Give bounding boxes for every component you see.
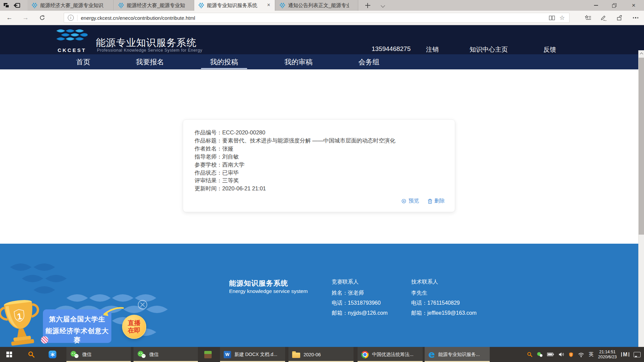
taskbar-word-button[interactable]: 新建 DOCX 文档.d... xyxy=(220,347,285,362)
promo-arrow-icon xyxy=(98,306,125,318)
field-label: 作品状态： xyxy=(195,170,222,176)
site-favicon-icon xyxy=(32,2,38,8)
field-row: 作品标题：要素替代、技术进步与能源强度分解 ——中国城市层面的动态时空演化 xyxy=(195,137,395,145)
reading-view-button[interactable] xyxy=(549,15,555,20)
taskbar-button-label: 2020-06 xyxy=(304,352,321,357)
close-icon: × xyxy=(632,2,635,9)
site-footer: 能源知识服务系统 Energy knowledge service system… xyxy=(0,244,644,347)
action-center-button[interactable] xyxy=(634,352,641,357)
tab-list-dropdown-button[interactable] xyxy=(377,1,388,10)
ime-indicator[interactable]: 英 xyxy=(589,351,594,358)
taskbar-chrome-button[interactable]: 中国优选法统筹法... xyxy=(358,347,423,362)
header-phone-link[interactable]: 13594468275 xyxy=(372,45,411,53)
tray-search-icon[interactable] xyxy=(527,352,533,357)
restore-set-aside-tabs-button[interactable] xyxy=(13,2,21,9)
chrome-icon xyxy=(361,351,369,358)
badge-line2: 在即 xyxy=(128,327,141,334)
browser-address-bar-row: ← → energy.ckcest.cn/eneco/contribution/… xyxy=(0,11,644,25)
browser-tab[interactable]: 通知公告列表正文_能源专业 xyxy=(275,0,358,11)
page-info-icon[interactable] xyxy=(68,15,74,21)
back-button[interactable]: ← xyxy=(3,11,16,25)
taskbar-folder-button[interactable]: 2020-06 xyxy=(288,347,354,362)
window-minimize-button[interactable] xyxy=(588,0,604,11)
taskbar-wechat-button[interactable]: 微信 xyxy=(66,347,131,362)
field-label: 参赛学校： xyxy=(195,162,222,168)
share-button[interactable] xyxy=(614,12,625,23)
eye-icon xyxy=(401,198,407,204)
taskbar-button-label: 中国优选法统筹法... xyxy=(372,352,414,358)
edge-icon xyxy=(428,350,435,359)
chevron-up-icon xyxy=(640,53,643,56)
window-restore-button[interactable] xyxy=(606,0,623,11)
field-value: 张娅 xyxy=(222,145,233,152)
preview-link[interactable]: 预览 xyxy=(401,197,419,204)
new-tab-button[interactable] xyxy=(362,0,374,11)
taskbar-clock[interactable]: 21:14:51 2020/6/23 xyxy=(598,350,617,360)
decorative-ball xyxy=(41,336,48,344)
tabs-set-aside-button[interactable] xyxy=(2,2,10,9)
folder-icon xyxy=(292,353,300,358)
forward-button[interactable]: → xyxy=(19,11,32,25)
nav-item-my-reviews[interactable]: 我的审稿 xyxy=(284,54,313,69)
ellipsis-icon xyxy=(633,17,639,18)
windows-logo-icon xyxy=(6,352,12,357)
live-soon-badge[interactable]: 直播 在即 xyxy=(122,315,146,339)
clock-date: 2020/6/23 xyxy=(598,355,617,359)
contact-line: 邮箱：jefflee159@163.com xyxy=(411,310,477,316)
nav-item-home[interactable]: 首页 xyxy=(76,54,90,69)
field-row: 指导老师：刘自敏 xyxy=(195,153,395,161)
restore-tabs-icon xyxy=(13,2,21,9)
tim-app-button[interactable] xyxy=(45,347,60,362)
security-shield-icon[interactable] xyxy=(569,352,574,357)
nav-item-committee[interactable]: 会务组 xyxy=(359,54,380,69)
annotate-button[interactable] xyxy=(598,12,609,23)
card-actions: 预览 删除 xyxy=(401,197,445,204)
speaker-icon[interactable] xyxy=(558,352,564,357)
favorites-hub-button[interactable] xyxy=(582,12,594,23)
main-content: 作品编号：ECC-2020-00280 作品标题：要素替代、技术进步与能源强度分… xyxy=(0,69,644,244)
browser-tab[interactable]: 能源经济大赛_能源专业知识 xyxy=(114,0,194,11)
delete-link[interactable]: 删除 xyxy=(428,197,445,204)
field-row: 作者姓名：张娅 xyxy=(195,145,395,153)
nav-item-my-submissions[interactable]: 我的投稿 xyxy=(210,54,238,69)
feedback-link[interactable]: 反馈 xyxy=(543,45,556,54)
field-value: 西南大学 xyxy=(222,162,245,168)
address-bar[interactable]: energy.ckcest.cn/eneco/contribution/cont… xyxy=(64,13,570,23)
taskbar-minecraft-button[interactable] xyxy=(201,347,216,362)
field-label: 指导老师： xyxy=(195,154,222,160)
clock-time: 21:14:51 xyxy=(599,350,616,354)
contest-contact-column: 竞赛联系人 姓名：张老师 电话：15318793960 邮箱：nyjjds@12… xyxy=(332,279,388,320)
refresh-button[interactable] xyxy=(36,11,49,25)
logout-link[interactable]: 注销 xyxy=(426,45,439,54)
site-logo[interactable] xyxy=(55,28,88,48)
m-app-tray-icon[interactable]: M xyxy=(621,352,629,358)
browser-tab[interactable]: 能源经济大赛_能源专业知识 xyxy=(28,0,114,11)
site-nav: 首页 我要报名 我的投稿 我的审稿 会务组 xyxy=(0,54,644,69)
more-menu-button[interactable] xyxy=(630,12,641,23)
tab-title: 能源专业知识服务系统 xyxy=(207,2,266,9)
contact-line: 电话：17611540829 xyxy=(411,300,477,306)
start-button[interactable] xyxy=(3,347,19,362)
nav-item-signup[interactable]: 我要报名 xyxy=(136,54,164,69)
site-header: CKCEST 能源专业知识服务系统 Professional Knowledge… xyxy=(0,25,644,54)
contest-contact-heading: 竞赛联系人 xyxy=(332,279,388,286)
tech-contact-column: 技术联系人 李先生 电话：17611540829 邮箱：jefflee159@1… xyxy=(411,279,477,320)
scrollbar[interactable] xyxy=(638,50,644,347)
add-favorite-button[interactable]: ☆ xyxy=(559,14,565,21)
window-close-button[interactable]: × xyxy=(624,0,643,11)
taskbar-edge-button-active[interactable]: 能源专业知识服务... xyxy=(425,347,490,362)
share-icon xyxy=(616,15,623,21)
footer-brand-title: 能源知识服务系统 xyxy=(229,279,288,288)
field-label: 作品标题： xyxy=(195,137,222,143)
tray-wechat-icon[interactable] xyxy=(537,352,543,357)
scroll-up-button[interactable] xyxy=(639,51,644,57)
browser-tab-active[interactable]: 能源专业知识服务系统 × xyxy=(194,0,275,11)
taskbar-search-app-button[interactable] xyxy=(24,347,40,362)
battery-icon[interactable] xyxy=(547,353,554,356)
taskbar-wechat-button[interactable]: 微信 xyxy=(133,347,198,362)
knowledge-center-home-link[interactable]: 知识中心主页 xyxy=(470,45,508,54)
arrow-right-icon: → xyxy=(22,14,29,21)
tab-close-icon[interactable]: × xyxy=(266,2,272,8)
scrollbar-thumb[interactable] xyxy=(639,58,644,235)
wifi-icon[interactable] xyxy=(578,352,584,357)
